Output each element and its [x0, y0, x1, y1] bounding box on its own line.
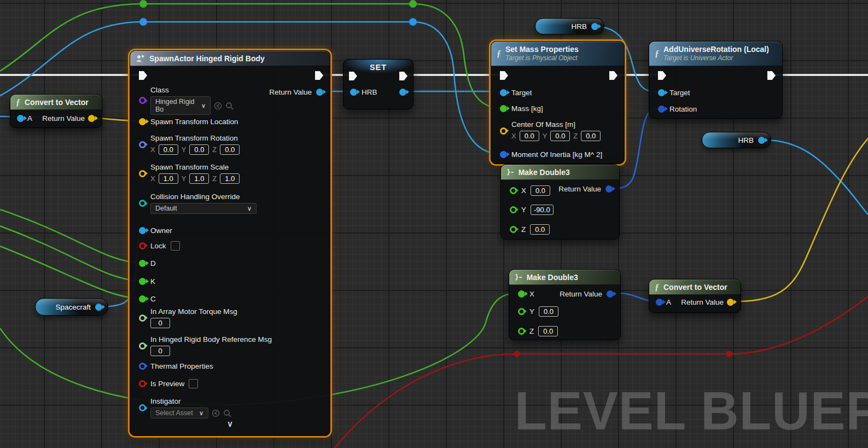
node-add-universe-rotation[interactable]: ƒ AddUniverseRotation (Local) Target is … — [649, 41, 783, 119]
node-convert-to-vector-right[interactable]: ƒ Convert to Vector A Return Value — [649, 279, 741, 313]
input-pin-instigator[interactable] — [139, 404, 146, 411]
node-header[interactable]: ƒ Convert to Vector — [649, 280, 741, 295]
input-pin-in-hinged-rigid-body-reference-msg[interactable] — [139, 342, 146, 350]
collapse-chevron-icon[interactable]: ∨ — [130, 421, 330, 427]
node-convert-to-vector-left[interactable]: ƒ Convert to Vector A Return Value — [10, 94, 102, 128]
input-pin-a[interactable] — [656, 299, 663, 306]
browse-search-icon[interactable] — [225, 102, 234, 110]
exec-in-pin[interactable] — [658, 71, 666, 80]
output-pin-return-value[interactable] — [727, 299, 734, 306]
output-pin-hrb[interactable] — [758, 137, 765, 144]
input-pin-lock[interactable] — [139, 242, 146, 249]
node-header[interactable]: }- Make Double3 — [509, 270, 620, 285]
z-field[interactable]: 0.0 — [538, 326, 558, 336]
output-pin-return-value[interactable] — [607, 290, 614, 298]
exec-out-pin[interactable] — [399, 72, 407, 80]
pin-label: Mass [kg] — [511, 104, 543, 113]
input-pin-class[interactable] — [139, 97, 146, 104]
input-pin-collision-handling-override[interactable] — [139, 200, 146, 207]
instigator-dropdown[interactable]: Select Asset ∨ — [150, 408, 208, 418]
output-pin-hrb[interactable] — [399, 89, 406, 96]
exec-out-pin[interactable] — [315, 71, 323, 80]
output-pin-return-value[interactable] — [605, 185, 613, 193]
use-selected-asset-icon[interactable] — [212, 409, 220, 417]
axis-label-x: X — [511, 132, 516, 140]
input-pin-target[interactable] — [500, 89, 507, 96]
x-field[interactable]: 0.0 — [531, 185, 550, 196]
output-pin-hrb[interactable] — [591, 23, 598, 30]
input-pin-center-of-mass[interactable] — [500, 127, 507, 135]
node-make-double3-top[interactable]: }- Make Double3 X 0.0 Return Value Y -90… — [500, 164, 620, 240]
input-pin-rotation[interactable] — [658, 106, 665, 113]
node-make-double3-bottom[interactable]: }- Make Double3 X Return Value Y 0.0 Z 0… — [509, 269, 621, 340]
variable-node-hrb-right[interactable]: HRB — [702, 132, 771, 148]
rotation-x-field[interactable]: 0.0 — [159, 144, 178, 155]
input-pin-spawn-transform-scale[interactable] — [139, 170, 146, 177]
exec-out-pin[interactable] — [609, 71, 617, 80]
browse-search-icon[interactable] — [223, 409, 231, 417]
output-pin-return-value[interactable] — [88, 115, 95, 122]
input-pin-z[interactable] — [518, 328, 525, 335]
com-x-field[interactable]: 0.0 — [520, 131, 539, 141]
pin-label: Target — [511, 89, 532, 97]
input-pin-z[interactable] — [510, 226, 517, 233]
z-field[interactable]: 0.0 — [530, 224, 550, 235]
class-dropdown[interactable]: Hinged Rigid Bo ∨ — [150, 96, 211, 115]
rotation-y-field[interactable]: 0.0 — [189, 144, 209, 155]
torque-msg-field[interactable]: 0 — [150, 318, 170, 328]
input-pin-x[interactable] — [518, 290, 525, 298]
output-pin-spacecraft[interactable] — [95, 304, 102, 311]
input-pin-hrb[interactable] — [350, 89, 357, 96]
exec-in-pin[interactable] — [139, 71, 147, 80]
input-pin-spawn-transform-location[interactable] — [139, 118, 146, 125]
is-preview-checkbox[interactable] — [189, 379, 198, 388]
scale-z-field[interactable]: 1.0 — [220, 173, 240, 184]
y-field[interactable]: -90.0 — [531, 205, 554, 215]
axis-label-x: X — [150, 146, 155, 154]
input-pin-spawn-transform-rotation[interactable] — [139, 141, 146, 148]
input-pin-d[interactable] — [139, 260, 146, 267]
input-pin-target[interactable] — [658, 89, 665, 96]
exec-in-pin[interactable] — [349, 72, 357, 80]
input-pin-moment-of-inertia[interactable] — [500, 151, 507, 158]
exec-in-pin[interactable] — [500, 71, 508, 80]
input-pin-y[interactable] — [518, 308, 525, 315]
node-set-hrb[interactable]: SET HRB — [343, 59, 413, 109]
node-set-mass-properties[interactable]: ƒ Set Mass Properties Target is Physical… — [491, 41, 625, 164]
node-header[interactable]: ƒ Set Mass Properties Target is Physical… — [491, 42, 624, 66]
reference-msg-field[interactable]: 0 — [150, 346, 170, 356]
axis-label-z: Z — [212, 146, 217, 154]
input-pin-mass-kg[interactable] — [500, 105, 507, 112]
scale-y-field[interactable]: 1.0 — [189, 173, 209, 184]
exec-out-pin[interactable] — [767, 71, 776, 80]
node-header[interactable]: ƒ AddUniverseRotation (Local) Target is … — [649, 42, 782, 66]
node-spawnactor-hinged-rigid-body[interactable]: SpawnActor Hinged Rigid Body Return Valu… — [130, 50, 330, 436]
variable-node-spacecraft[interactable]: Spacecraft — [35, 298, 108, 316]
node-header[interactable]: ƒ Convert to Vector — [10, 95, 102, 110]
pin-label: Rotation — [669, 105, 697, 113]
use-selected-asset-icon[interactable] — [214, 102, 222, 110]
function-icon: ƒ — [655, 49, 659, 58]
rotation-z-field[interactable]: 0.0 — [220, 144, 240, 155]
input-pin-x[interactable] — [510, 187, 517, 194]
pin-label: HRB — [362, 88, 377, 96]
variable-node-hrb-top[interactable]: HRB — [535, 18, 604, 34]
output-pin-return-value[interactable] — [316, 89, 323, 96]
node-header[interactable]: SpawnActor Hinged Rigid Body — [130, 51, 330, 66]
input-pin-is-preview[interactable] — [139, 380, 146, 387]
input-pin-k[interactable] — [139, 278, 146, 285]
scale-x-field[interactable]: 1.0 — [159, 173, 178, 184]
com-z-field[interactable]: 0.0 — [581, 131, 601, 141]
lock-checkbox[interactable] — [171, 241, 180, 251]
input-pin-in-array-motor-torque-msg[interactable] — [139, 315, 146, 322]
input-pin-thermal-properties[interactable] — [139, 363, 146, 370]
com-y-field[interactable]: 0.0 — [550, 131, 570, 141]
input-pin-y[interactable] — [510, 206, 517, 213]
blueprint-canvas[interactable]: { "watermark": "LEVEL BLUEPRINT", "axis"… — [0, 0, 868, 448]
collision-dropdown[interactable]: Default ∨ — [150, 203, 257, 214]
input-pin-c[interactable] — [139, 295, 146, 302]
node-header[interactable]: }- Make Double3 — [501, 165, 619, 180]
input-pin-a[interactable] — [17, 115, 24, 122]
y-field[interactable]: 0.0 — [539, 306, 558, 317]
input-pin-owner[interactable] — [139, 227, 146, 234]
